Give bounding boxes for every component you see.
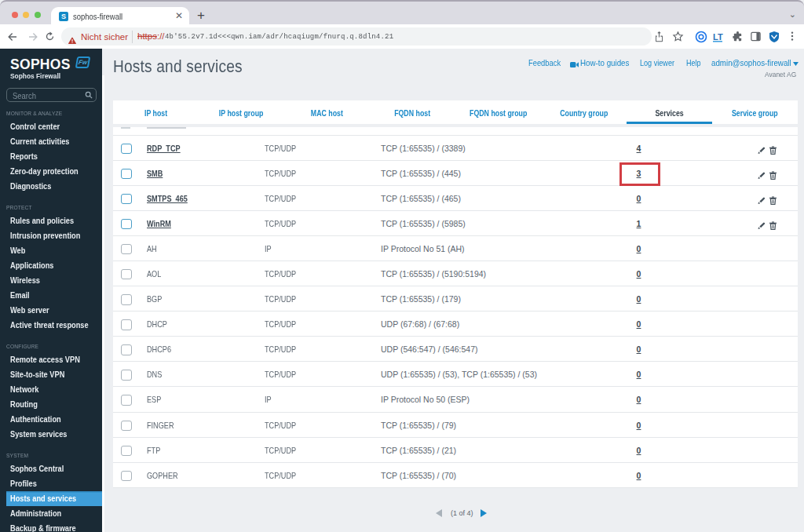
svg-text:LT: LT [713,32,723,42]
